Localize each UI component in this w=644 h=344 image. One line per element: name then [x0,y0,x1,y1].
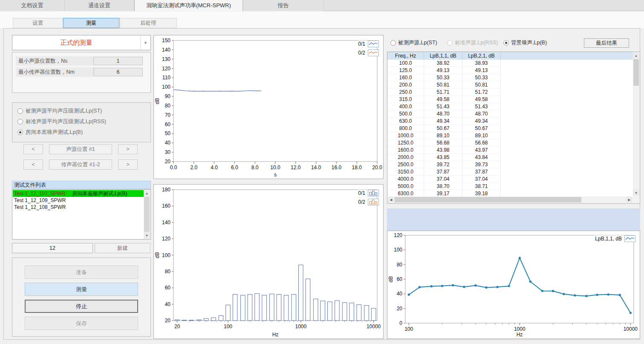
table-row[interactable]: 800.050.6750.67 [387,125,633,132]
scrollbar-thumb[interactable] [395,197,581,202]
save-button[interactable]: 保存 [25,317,138,330]
svg-text:2.0: 2.0 [190,165,197,171]
svg-text:100: 100 [162,84,170,90]
new-file-button[interactable]: 新建 [95,243,150,253]
table-row[interactable]: 630.049.3449.34 [387,118,633,125]
radio-icon [447,40,453,46]
legend-label: 0/1 [358,190,365,196]
scroll-up-icon[interactable]: ▲ [633,52,639,59]
test-type-option[interactable]: 被测声源平均声压级测试,Lp(ST) [17,107,145,114]
scrollbar-thumb[interactable] [633,59,639,86]
tab-2[interactable]: 通道设置 [65,0,134,11]
table-cell: 89.10 [424,132,462,139]
position-next-button[interactable]: > [118,144,138,154]
table-row[interactable]: 125.049.1349.13 [387,67,633,74]
file-list-item[interactable]: Test 1_12_109_SPWR [13,197,144,204]
tab-1[interactable]: 文档设置 [0,0,65,11]
table-cell: 51.72 [462,89,501,96]
source-radio-option[interactable]: 被测声源,Lp(ST) [390,39,437,46]
column-header[interactable]: LpB,1,1, dB [424,52,462,60]
column-header[interactable]: Freq., Hz [387,52,424,60]
position-prev-button[interactable]: < [23,159,43,170]
table-row[interactable]: 2500.039.7239.73 [387,161,633,168]
scroll-left-icon[interactable]: ◀ [388,197,394,203]
table-row[interactable]: 200.050.8150.81 [387,81,633,89]
svg-text:60: 60 [165,285,171,291]
table-row[interactable]: 2000.043.8543.84 [387,154,633,161]
table-row[interactable]: 3150.037.8737.87 [387,168,633,176]
scroll-right-icon[interactable]: ▶ [626,197,632,203]
table-cell: 6300.0 [387,190,424,197]
tab-3[interactable]: 混响室法测试声功率(MCR-SPWR) [134,0,243,11]
table-row[interactable]: 1600.043.9843.97 [387,147,633,154]
table-cell: 37.04 [462,176,501,183]
position-next-button[interactable]: > [118,159,138,170]
file-list-item[interactable]: Test 1_12_110_SPWR房间本底噪声测试,Lp(B) [13,190,144,197]
svg-text:10000: 10000 [624,326,638,332]
table-cell: 49.13 [424,67,462,74]
table-row[interactable]: 500.048.7048.70 [387,110,633,118]
table-row[interactable]: 100.038.9238.93 [387,60,633,67]
svg-text:130: 130 [162,56,170,62]
table-cell-filler [501,60,633,67]
radio-label: 标准声源平均声压级测试,Lp(RSS) [26,118,106,125]
subtab-1[interactable]: 设置 [13,18,63,28]
table-row[interactable]: 400.051.4351.43 [387,103,633,110]
parameter-value-field[interactable]: 6 [93,68,143,76]
file-list-item[interactable]: Test 1_12_108_SPWR [13,204,144,211]
table-row[interactable]: 1000.089.1089.10 [387,132,633,139]
source-radio-option[interactable]: 标准声源,Lp(RSS) [447,39,498,46]
svg-text:50: 50 [165,130,171,136]
scroll-down-icon[interactable]: ▼ [633,190,639,196]
legend-label: 0/2 [358,199,365,205]
table-row[interactable]: 4000.037.0437.04 [387,176,633,183]
table-cell: 38.93 [462,60,501,67]
table-cell: 38.92 [424,60,462,67]
column-header[interactable]: LpB,2,1, dB [462,52,501,60]
table-row[interactable]: 160.050.3350.33 [387,74,633,81]
table-cell-filler [501,125,633,132]
svg-text:90: 90 [165,93,171,99]
table-row[interactable]: 1250.056.6856.68 [387,139,633,147]
position-label-button[interactable]: 传声器位置 #1-2 [49,159,112,170]
table-cell: 800.0 [387,125,424,132]
parameter-value-field[interactable]: 1 [93,57,143,65]
position-label-button[interactable]: 声源位置 #1 [49,144,112,154]
table-cell: 200.0 [387,81,424,89]
table-cell-filler [501,103,633,110]
svg-text:120: 120 [394,232,402,238]
source-radio-option[interactable]: 背景噪声,Lp(B) [503,39,547,46]
final-result-button[interactable]: 最后结果 [584,38,629,48]
prepare-button[interactable]: 准备 [25,266,138,279]
table-cell-filler [501,74,633,81]
file-list-scrollbar[interactable]: ▲ ▼ [144,190,150,239]
scroll-up-icon[interactable]: ▲ [144,190,150,197]
file-name: Test 1_12_109_SPWR [14,197,66,203]
file-listbox[interactable]: Test 1_12_110_SPWR房间本底噪声测试,Lp(B)Test 1_1… [12,189,151,240]
table-cell-filler [501,147,633,154]
svg-text:80: 80 [165,103,171,109]
subtab-3[interactable]: 后处理 [120,18,177,28]
table-vertical-scrollbar[interactable]: ▲ ▼ [633,52,639,196]
source-radio-row: 被测声源,Lp(ST)标准声源,Lp(RSS)背景噪声,Lp(B) [390,39,586,47]
table-cell: 1000.0 [387,132,424,139]
measure-button[interactable]: 测量 [25,283,138,296]
table-horizontal-scrollbar[interactable]: ◀ ▶ [388,197,632,203]
table-row[interactable]: 315.049.5849.58 [387,96,633,103]
table-row[interactable]: 250.051.7151.72 [387,89,633,96]
subtab-2[interactable]: 测量 [63,18,119,28]
position-prev-button[interactable]: < [23,144,43,154]
tab-4[interactable]: 报告 [243,0,324,11]
table-row[interactable]: 5000.038.7038.71 [387,183,633,190]
test-type-option[interactable]: 标准声源平均声压级测试,Lp(RSS) [17,118,145,125]
test-type-option[interactable]: 房间本底噪声测试,Lp(B) [17,129,145,136]
measure-mode-dropdown[interactable]: 正式的测量 ▾ [12,35,151,50]
table-cell: 51.71 [424,89,462,96]
scrollbar-thumb[interactable] [144,197,150,232]
file-number-field[interactable]: 12 [12,243,93,253]
svg-text:Hz: Hz [517,332,523,338]
chevron-down-icon[interactable]: ▾ [140,35,150,50]
scroll-down-icon[interactable]: ▼ [144,232,150,239]
table-row[interactable]: 6300.039.1739.18 [387,190,633,197]
stop-button[interactable]: 停止 [25,300,138,313]
